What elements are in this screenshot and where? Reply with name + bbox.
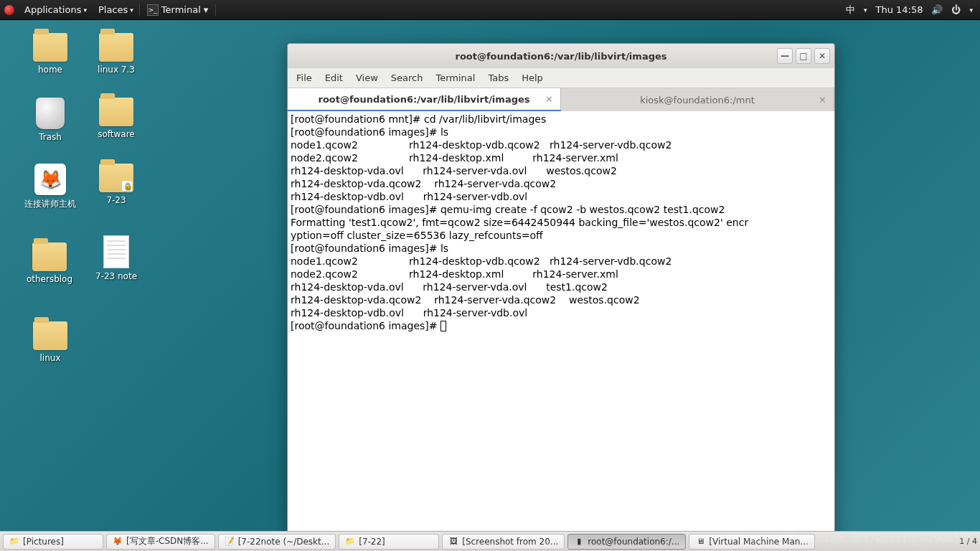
top-panel: Applications▾ Places▾ >_ Terminal▾ 中▾ Th…: [0, 0, 980, 20]
terminal-menubar: File Edit View Search Terminal Tabs Help: [288, 68, 834, 88]
task-virt-manager[interactable]: 🖥[Virtual Machine Man...: [689, 534, 815, 550]
desktop-trash[interactable]: Trash: [22, 98, 79, 142]
folder-icon: 📁: [9, 537, 19, 547]
tab-close-icon[interactable]: ✕: [819, 95, 826, 105]
desktop-home[interactable]: home: [22, 33, 79, 75]
distro-logo-icon: [4, 5, 14, 15]
ime-indicator[interactable]: 中: [846, 4, 855, 17]
desktop-othersblog[interactable]: othersblog: [17, 242, 82, 284]
terminal-icon: >_: [147, 4, 159, 16]
desktop-software[interactable]: software: [88, 98, 145, 139]
terminal-output[interactable]: [root@foundation6 mnt]# cd /var/lib/libv…: [288, 111, 834, 549]
volume-icon[interactable]: 🔊: [931, 4, 943, 15]
clock[interactable]: Thu 14:58: [875, 4, 923, 15]
desktop-7-23[interactable]: 🔒7-23: [88, 164, 145, 205]
places-menu[interactable]: Places▾: [93, 4, 139, 15]
task-pictures[interactable]: 📁[Pictures]: [3, 534, 103, 550]
lock-icon: 🔒: [122, 181, 132, 191]
menu-search[interactable]: Search: [391, 72, 423, 83]
folder-icon: 📁: [345, 537, 355, 547]
desktop[interactable]: home linux 7.3 Trash software 🦊连接讲师主机 🔒7…: [0, 20, 980, 531]
power-icon[interactable]: ⏻: [951, 4, 961, 15]
minimize-button[interactable]: —: [777, 48, 793, 64]
menu-help[interactable]: Help: [522, 72, 543, 83]
workspace-pager[interactable]: 1 / 4: [959, 537, 977, 546]
menu-file[interactable]: File: [296, 72, 312, 83]
menu-terminal[interactable]: Terminal: [435, 72, 475, 83]
tab-root-images[interactable]: root@foundation6:/var/lib/libvirt/images…: [288, 88, 561, 111]
tab-kiosk-mnt[interactable]: kiosk@foundation6:/mnt✕: [561, 88, 834, 111]
vm-icon: 🖥: [695, 537, 705, 547]
desktop-7-23-note[interactable]: 7-23 note: [88, 235, 145, 281]
firefox-icon: 🦊: [113, 537, 123, 547]
terminal-tabs: root@foundation6:/var/lib/libvirt/images…: [288, 88, 834, 111]
menu-view[interactable]: View: [356, 72, 378, 83]
menu-tabs[interactable]: Tabs: [488, 72, 509, 83]
task-gedit-722note[interactable]: 📝[7-22note (~/Deskt...: [218, 534, 336, 550]
image-icon: 🖼: [448, 537, 458, 547]
desktop-connect-host[interactable]: 🦊连接讲师主机: [16, 164, 85, 210]
panel-terminal-task[interactable]: >_ Terminal▾: [139, 4, 216, 16]
window-title: root@foundation6:/var/lib/libvirt/images: [455, 51, 666, 62]
task-722[interactable]: 📁[7-22]: [339, 534, 439, 550]
terminal-window: root@foundation6:/var/lib/libvirt/images…: [287, 43, 835, 550]
menu-edit[interactable]: Edit: [325, 72, 343, 83]
applications-menu[interactable]: Applications▾: [19, 4, 93, 15]
bottom-panel: 📁[Pictures] 🦊[写文章-CSDN博客... 📝[7-22note (…: [0, 531, 980, 551]
gedit-icon: 📝: [225, 537, 235, 547]
system-tray: 中▾ Thu 14:58 🔊 ⏻▾: [846, 4, 976, 17]
task-screenshot[interactable]: 🖼[Screenshot from 20...: [442, 534, 565, 550]
task-csdn[interactable]: 🦊[写文章-CSDN博客...: [106, 534, 215, 550]
desktop-linux73[interactable]: linux 7.3: [88, 33, 145, 75]
terminal-icon: ▮: [574, 537, 584, 547]
window-titlebar[interactable]: root@foundation6:/var/lib/libvirt/images…: [288, 44, 834, 68]
task-terminal[interactable]: ▮root@foundation6:/...: [567, 534, 686, 550]
close-button[interactable]: ✕: [814, 48, 830, 64]
tab-close-icon[interactable]: ✕: [545, 94, 553, 105]
desktop-linux[interactable]: linux: [22, 321, 79, 363]
maximize-button[interactable]: □: [796, 48, 811, 64]
